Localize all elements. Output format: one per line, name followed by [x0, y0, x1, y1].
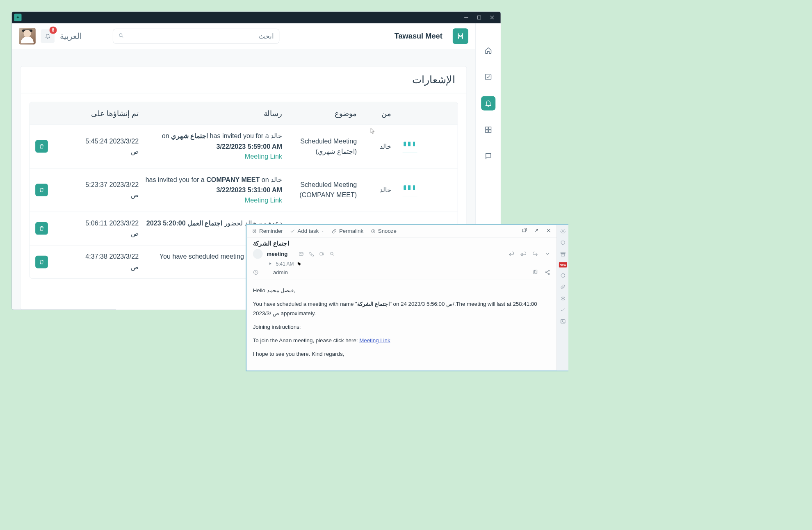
rail-archive[interactable] — [559, 251, 566, 258]
expand-button[interactable] — [534, 227, 539, 235]
svg-point-1 — [119, 34, 122, 36]
bell-icon — [45, 33, 50, 39]
video-icon[interactable] — [319, 251, 324, 257]
popup-side-rail: New — [557, 225, 568, 371]
rail-link[interactable] — [559, 284, 566, 291]
close-icon — [546, 227, 552, 233]
svg-point-13 — [298, 263, 299, 263]
table-row[interactable]: 5:45:24 2023/3/22 ص خالد has invited you… — [30, 125, 458, 168]
chat-icon — [484, 152, 492, 160]
search-box[interactable]: ابحث — [113, 29, 279, 43]
nav-home[interactable] — [481, 43, 495, 58]
archive-icon — [560, 251, 566, 257]
rail-check[interactable] — [559, 307, 566, 314]
meeting-link[interactable]: Meeting Link — [245, 196, 282, 204]
delete-button[interactable] — [35, 184, 48, 196]
home-icon — [484, 47, 492, 54]
email-subject: اجتماع الشركة — [246, 238, 557, 248]
svg-rect-9 — [522, 229, 526, 232]
rail-refresh[interactable] — [559, 272, 566, 279]
rail-image[interactable] — [559, 318, 566, 325]
window-titlebar: ✦ — [12, 12, 501, 23]
notifications-button[interactable]: 8 — [41, 29, 55, 43]
cell-subject: Scheduled Meeting (اجتماع شهري) — [285, 136, 360, 157]
reminder-button[interactable]: Reminder — [252, 228, 283, 234]
app-logo[interactable] — [453, 28, 468, 44]
cell-subject: Scheduled Meeting (COMPANY MEET) — [285, 180, 360, 200]
col-message: رسالة — [141, 109, 285, 118]
rail-snow[interactable] — [559, 295, 566, 302]
popup-toolbar: Reminder Add task Permalink Snooze — [246, 225, 557, 238]
reminder-icon — [252, 229, 257, 234]
heart-icon — [560, 240, 566, 246]
email-time: 5:41 AM — [276, 261, 294, 267]
pop-window-button[interactable] — [522, 227, 527, 235]
rail-settings[interactable] — [559, 228, 566, 235]
add-task-button[interactable]: Add task — [290, 228, 324, 234]
check-icon — [560, 307, 566, 313]
delete-button[interactable] — [35, 140, 48, 153]
expand-icon — [534, 227, 539, 233]
svg-rect-21 — [561, 252, 565, 254]
link-icon — [560, 284, 566, 290]
rail-heart[interactable] — [559, 239, 566, 246]
message-icon[interactable] — [299, 251, 304, 257]
clock-icon — [371, 229, 376, 234]
trash-icon — [39, 143, 45, 149]
table-row[interactable]: 5:23:37 2023/3/22 ص خالد has invited you… — [30, 168, 458, 212]
notifications-badge: 8 — [49, 26, 57, 34]
cell-from: خالد — [360, 185, 394, 195]
trash-icon — [39, 226, 45, 232]
copy-recipients-icon[interactable] — [533, 269, 538, 275]
nav-chat[interactable] — [481, 149, 495, 163]
page-title: الإشعارات — [21, 66, 466, 93]
sender-avatar — [253, 249, 263, 259]
app-header: 8 العربية ابحث Tawasul Meet — [12, 23, 476, 49]
new-window-icon — [522, 227, 527, 233]
nav-tasks[interactable] — [481, 70, 495, 84]
popup-close-button[interactable] — [546, 227, 552, 235]
svg-rect-11 — [320, 252, 323, 255]
delete-button[interactable] — [35, 222, 48, 235]
window-maximize-button[interactable] — [472, 12, 486, 23]
svg-point-20 — [562, 230, 564, 232]
trash-icon — [39, 259, 45, 265]
window-close-button[interactable] — [486, 12, 499, 23]
cell-from: خالد — [360, 141, 394, 152]
bell-icon — [484, 100, 492, 107]
meeting-thumbnail — [402, 140, 418, 153]
permalink-button[interactable]: Permalink — [332, 228, 363, 234]
search-placeholder: ابحث — [127, 32, 274, 40]
nav-notifications[interactable] — [481, 96, 495, 111]
gear-icon — [560, 228, 566, 234]
nav-apps[interactable] — [481, 123, 495, 137]
share-icon[interactable] — [545, 269, 550, 275]
grid-icon — [484, 126, 492, 133]
forward-icon[interactable] — [533, 251, 538, 257]
logo-icon — [456, 32, 465, 40]
cell-message: خالد has invited you for a اجتماع شهري o… — [141, 131, 285, 162]
window-minimize-button[interactable] — [460, 12, 473, 23]
meeting-link[interactable]: Meeting Link — [245, 153, 282, 160]
reply-icon[interactable] — [509, 251, 514, 257]
more-menu-icon[interactable] — [545, 251, 550, 257]
delete-button[interactable] — [35, 256, 48, 268]
user-avatar[interactable] — [19, 28, 36, 45]
svg-rect-5 — [486, 130, 488, 132]
cell-created: 5:45:24 2023/3/22 ص — [55, 136, 141, 157]
email-meeting-link[interactable]: Meeting Link — [359, 337, 390, 343]
email-to: admin — [273, 269, 288, 275]
cell-created: 4:37:38 2023/3/22 ص — [55, 252, 141, 272]
chevron-right-circle-icon[interactable] — [253, 269, 259, 275]
search-sender-icon[interactable] — [330, 251, 335, 257]
tag-icon[interactable] — [297, 262, 302, 266]
reply-all-icon[interactable] — [520, 251, 526, 257]
app-title: Tawasul Meet — [395, 32, 442, 41]
snooze-button[interactable]: Snooze — [371, 228, 397, 234]
phone-icon[interactable] — [309, 251, 314, 257]
cell-created: 5:06:11 2023/3/22 ص — [55, 218, 141, 239]
check-icon — [290, 229, 295, 234]
email-preview-popup: Reminder Add task Permalink Snooze — [246, 224, 569, 371]
flag-icon[interactable] — [269, 262, 273, 266]
language-selector[interactable]: العربية — [60, 31, 82, 41]
